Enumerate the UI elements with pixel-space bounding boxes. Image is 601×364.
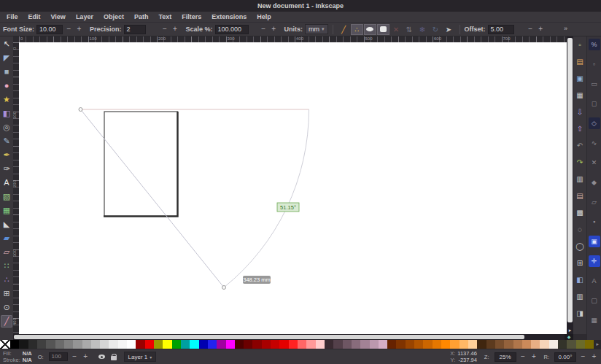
save-document-button[interactable]: ▣ [574, 72, 586, 84]
menu-text[interactable]: Text [154, 12, 176, 21]
fill-stroke-indicator[interactable]: Fill: N/A Stroke: N/A [3, 350, 32, 363]
selector-tool-button[interactable]: ↖ [1, 38, 12, 50]
precision-input[interactable]: 2 [124, 25, 146, 34]
palette-swatch[interactable] [387, 340, 396, 349]
show-hidden-intersections-toggle[interactable] [377, 24, 389, 35]
palette-swatch[interactable] [325, 340, 333, 349]
measure-start-handle[interactable] [79, 108, 82, 112]
preferences-dialog-button[interactable]: ◨ [574, 307, 586, 319]
export-image-button[interactable]: ⇧ [574, 123, 586, 134]
vertical-scrollbar[interactable]: ▸ [567, 36, 573, 334]
palette-swatch[interactable] [379, 340, 387, 349]
measure-end-handle[interactable] [222, 286, 226, 290]
opacity-input[interactable]: 100 [49, 352, 68, 361]
vertical-ruler[interactable]: 0100200300400 [13, 42, 19, 334]
scale-increase-button[interactable]: + [270, 25, 278, 34]
snap-nodes-toggle[interactable]: ◇ [589, 117, 600, 129]
scroll-down-arrow-icon[interactable]: ▸ [567, 327, 573, 333]
palette-swatch[interactable] [306, 340, 315, 349]
offset-decrease-button[interactable]: − [527, 25, 535, 34]
connector-tool-button[interactable]: ⊞ [1, 287, 12, 300]
palette-swatch[interactable] [406, 340, 414, 349]
palette-swatch[interactable] [352, 340, 360, 349]
palette-swatch[interactable] [55, 340, 64, 349]
palette-swatch[interactable] [343, 340, 352, 349]
snap-bbox-corners-toggle[interactable]: ◻ [589, 98, 600, 109]
palette-swatch[interactable] [289, 340, 298, 349]
palette-swatch[interactable] [333, 340, 342, 349]
measure-segments-toggle[interactable]: ╱ [338, 24, 350, 35]
palette-swatch[interactable] [486, 340, 495, 349]
palette-swatch[interactable] [531, 340, 540, 349]
palette-swatch[interactable] [549, 340, 558, 349]
units-dropdown[interactable]: mm ▾ [305, 24, 328, 34]
dropper-tool-button[interactable]: ◣ [1, 218, 12, 231]
zoom-to-drawing-button[interactable]: ◌ [574, 223, 586, 235]
layer-selector[interactable]: Layer 1 ▾ [124, 352, 157, 362]
mark-dimension-toggle[interactable]: ➤ [443, 24, 455, 35]
ignore-first-last-toggle[interactable]: ∴ [351, 24, 363, 35]
zoom-to-page-button[interactable]: ◯ [574, 240, 586, 252]
palette-swatch[interactable] [91, 340, 100, 349]
palette-swatch[interactable] [252, 340, 261, 349]
measure-all-layers-toggle[interactable]: ✕ [390, 24, 403, 35]
palette-swatch-none[interactable] [0, 340, 10, 349]
layer-visibility-icon[interactable] [98, 355, 105, 359]
horizontal-scrollbar[interactable]: ◆ [13, 334, 573, 340]
palette-swatch[interactable] [109, 340, 117, 349]
rectangle-object[interactable] [104, 112, 178, 217]
palette-swatch[interactable] [271, 340, 279, 349]
vertical-scrollbar-thumb[interactable] [567, 38, 573, 322]
paste-button[interactable]: ▤ [574, 190, 586, 201]
text-dialog-button[interactable]: ▥ [574, 290, 586, 302]
menu-file[interactable]: File [2, 12, 23, 21]
rotation-decrease-button[interactable]: − [579, 352, 587, 362]
snap-enable-toggle[interactable]: % [589, 39, 600, 50]
calligraphy-tool-button[interactable]: ✑ [1, 163, 12, 175]
palette-swatch[interactable] [199, 340, 208, 349]
palette-swatch[interactable] [522, 340, 531, 349]
box3d-tool-button[interactable]: ◧ [1, 107, 12, 120]
redo-button[interactable]: ↷ [574, 156, 586, 168]
scale-decrease-button[interactable]: − [260, 25, 268, 34]
snap-grid-toggle[interactable]: ▦ [589, 314, 600, 326]
title-bar[interactable]: New document 1 - Inkscape [0, 0, 601, 12]
snap-cusp-nodes-toggle[interactable]: ◆ [589, 177, 600, 188]
snap-rotation-centers-toggle[interactable]: ✛ [589, 255, 600, 267]
snap-midpoints-toggle[interactable]: ▪ [589, 216, 600, 228]
palette-swatch[interactable] [181, 340, 190, 349]
new-document-button[interactable]: ▫ [574, 39, 586, 50]
palette-swatch[interactable] [127, 340, 136, 349]
palette-swatch[interactable] [217, 340, 225, 349]
palette-swatch[interactable] [226, 340, 235, 349]
paint-bucket-tool-button[interactable]: ▰ [1, 232, 12, 244]
rotation-input[interactable]: 0.00° [554, 352, 576, 362]
palette-swatch[interactable] [145, 340, 154, 349]
copy-button[interactable]: ▥ [574, 173, 586, 185]
rotation-increase-button[interactable]: + [590, 352, 598, 362]
horizontal-scrollbar-thumb[interactable] [14, 335, 524, 339]
palette-swatch[interactable] [414, 340, 423, 349]
palette-swatch[interactable] [190, 340, 198, 349]
palette-swatch[interactable] [262, 340, 271, 349]
import-image-button[interactable]: ⇩ [574, 106, 586, 117]
palette-swatch[interactable] [460, 340, 468, 349]
reverse-measure-toggle[interactable]: ⇅ [403, 24, 416, 35]
zoom-increase-button[interactable]: + [530, 352, 538, 362]
layer-lock-icon[interactable] [111, 356, 117, 360]
palette-swatch[interactable] [279, 340, 288, 349]
snap-smooth-nodes-toggle[interactable]: ▱ [589, 196, 600, 208]
palette-swatch[interactable] [10, 340, 19, 349]
spray-tool-button[interactable]: ∷ [1, 260, 12, 272]
zoom-decrease-button[interactable]: − [519, 352, 527, 362]
palette-swatch[interactable] [28, 340, 37, 349]
palette-swatch[interactable] [244, 340, 252, 349]
palette-swatch[interactable] [540, 340, 548, 349]
offset-input[interactable]: 5.00 [488, 25, 514, 34]
precision-increase-button[interactable]: + [171, 25, 179, 34]
snap-text-baseline-toggle[interactable]: A [589, 275, 600, 287]
palette-swatch[interactable] [423, 340, 432, 349]
palette-swatch[interactable] [316, 340, 325, 349]
snap-bounding-box-toggle[interactable]: ▫ [589, 58, 600, 70]
palette-swatch[interactable] [450, 340, 459, 349]
